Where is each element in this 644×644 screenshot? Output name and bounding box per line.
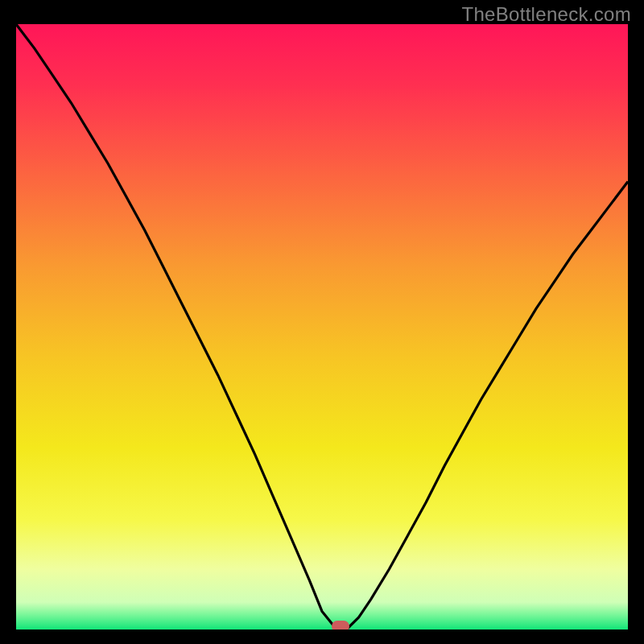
plot-area [16, 24, 628, 630]
chart-container: TheBottleneck.com [0, 0, 644, 644]
watermark-text: TheBottleneck.com [461, 3, 631, 26]
curve-path [16, 24, 628, 630]
bottleneck-curve [16, 24, 628, 630]
trough-marker [332, 621, 349, 630]
